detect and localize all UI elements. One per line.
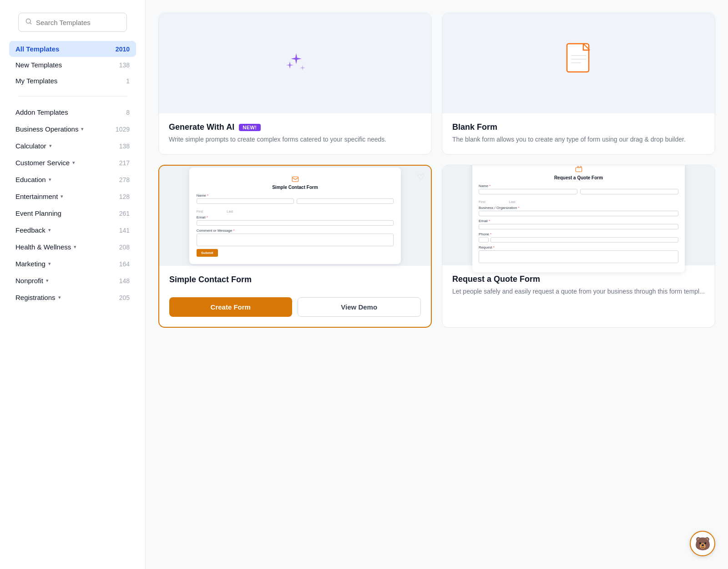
sidebar-item-event-planning[interactable]: Event Planning 261 [9,205,136,222]
sidebar-item-customer-service[interactable]: Customer Service ▾ 217 [9,154,136,171]
cat-count-marketing: 164 [119,260,130,268]
chevron-down-icon-3: ▾ [72,160,75,166]
sparkles-icon [277,45,313,81]
search-box[interactable] [18,13,127,32]
form-preview-wrap-quote: Request a Quote Form Name * First Last B… [442,165,715,265]
cat-label-customer-service: Customer Service [15,159,70,167]
cat-label-event-planning: Event Planning [15,209,61,217]
card-preview-ai [159,13,431,113]
svg-rect-1 [567,44,589,72]
template-card-blank[interactable]: Blank Form The blank form allows you to … [442,13,715,155]
blank-form-icon [562,42,595,85]
card-body-contact: Simple Contact Form [159,266,431,297]
template-card-quote[interactable]: Request a Quote Form Name * First Last B… [442,165,715,328]
search-input[interactable] [36,19,120,26]
card-preview-blank [442,13,715,113]
chatbot-avatar[interactable]: 🐻 [690,531,715,556]
mini-submit-btn[interactable]: Submit [197,249,218,257]
card-title-ai: Generate With AI NEW! [169,122,421,132]
chevron-down-icon-10: ▾ [58,295,61,300]
sidebar-label-my: My Templates [15,77,57,85]
mini-form-contact: Simple Contact Form Name * First Last Em… [189,168,401,264]
sidebar-item-marketing[interactable]: Marketing ▾ 164 [9,255,136,272]
card-title-quote: Request a Quote Form [452,274,705,284]
search-icon [25,18,32,27]
card-body-blank: Blank Form The blank form allows you to … [442,113,715,154]
cat-label-registrations: Registrations [15,294,56,301]
cat-count-customer-service: 217 [119,159,130,167]
mini-form-quote: Request a Quote Form Name * First Last B… [472,165,685,272]
sidebar-item-new-templates[interactable]: New Templates 138 [9,57,136,73]
template-grid: Generate With AI NEW! Write simple promp… [158,13,715,328]
sidebar: All Templates 2010 New Templates 138 My … [0,0,146,569]
card-desc-blank: The blank form allows you to create any … [452,135,705,144]
view-demo-button[interactable]: View Demo [298,297,421,317]
cat-count-feedback: 141 [119,227,130,234]
sidebar-item-addon[interactable]: Addon Templates 8 [9,104,136,121]
card-desc-ai: Write simple prompts to create complex f… [169,135,421,144]
form-preview-wrap: ♡ Simple Contact Form Name * [159,166,431,266]
create-form-button[interactable]: Create Form [169,297,292,317]
cat-count-business: 1029 [116,126,130,133]
cat-label-education: Education [15,176,46,183]
sidebar-label-all: All Templates [15,45,59,53]
heart-icon[interactable]: ♡ [417,172,425,182]
sidebar-item-business[interactable]: Business Operations ▾ 1029 [9,121,136,137]
card-title-contact: Simple Contact Form [169,275,421,284]
sidebar-item-health-wellness[interactable]: Health & Wellness ▾ 208 [9,239,136,255]
card-body-ai: Generate With AI NEW! Write simple promp… [159,113,431,154]
template-card-contact[interactable]: ♡ Simple Contact Form Name * [158,165,432,328]
template-card-ai[interactable]: Generate With AI NEW! Write simple promp… [158,13,432,155]
sidebar-item-entertainment[interactable]: Entertainment ▾ 128 [9,188,136,205]
card-desc-quote: Let people safely and easily request a q… [452,287,705,296]
chevron-down-icon-8: ▾ [48,261,51,267]
sidebar-count-my: 1 [126,77,130,85]
cat-count-education: 278 [119,176,130,183]
chevron-down-icon-9: ▾ [46,278,49,284]
new-badge: NEW! [239,124,260,131]
card-preview-contact: ♡ Simple Contact Form Name * [159,166,431,266]
cat-count-entertainment: 128 [119,193,130,200]
sidebar-item-nonprofit[interactable]: Nonprofit ▾ 148 [9,272,136,289]
chevron-down-icon-2: ▾ [49,143,52,149]
sidebar-item-registrations[interactable]: Registrations ▾ 205 [9,289,136,306]
cat-label-business: Business Operations [15,125,78,133]
cat-label-health-wellness: Health & Wellness [15,243,71,251]
cat-label-marketing: Marketing [15,260,46,268]
sidebar-label-new: New Templates [15,61,62,69]
cat-label-entertainment: Entertainment [15,193,58,200]
cat-count-event-planning: 261 [119,210,130,217]
card-preview-quote: Request a Quote Form Name * First Last B… [442,165,715,265]
sidebar-item-education[interactable]: Education ▾ 278 [9,171,136,188]
cat-label-nonprofit: Nonprofit [15,277,43,284]
chevron-down-icon-6: ▾ [48,227,51,233]
cat-count-addon: 8 [126,109,130,116]
sidebar-count-new: 138 [119,61,130,69]
card-title-blank: Blank Form [452,122,705,132]
chevron-down-icon-4: ▾ [49,177,51,183]
cat-label-calculator: Calculator [15,142,46,150]
cat-count-calculator: 138 [119,142,130,150]
cat-count-registrations: 205 [119,294,130,301]
cat-count-health-wellness: 208 [119,244,130,251]
sidebar-item-all-templates[interactable]: All Templates 2010 [9,41,136,57]
main-content: Generate With AI NEW! Write simple promp… [146,0,728,569]
divider [18,96,127,97]
sidebar-count-all: 2010 [116,46,130,53]
sidebar-item-calculator[interactable]: Calculator ▾ 138 [9,137,136,154]
sidebar-item-feedback[interactable]: Feedback ▾ 141 [9,222,136,239]
card-actions-contact: Create Form View Demo [159,297,431,327]
cat-label-feedback: Feedback [15,226,46,234]
cat-label-addon: Addon Templates [15,108,68,116]
chevron-down-icon-7: ▾ [74,244,76,250]
chevron-down-icon: ▾ [81,126,84,132]
chevron-down-icon-5: ▾ [61,193,63,199]
cat-count-nonprofit: 148 [119,277,130,284]
sidebar-item-my-templates[interactable]: My Templates 1 [9,73,136,89]
